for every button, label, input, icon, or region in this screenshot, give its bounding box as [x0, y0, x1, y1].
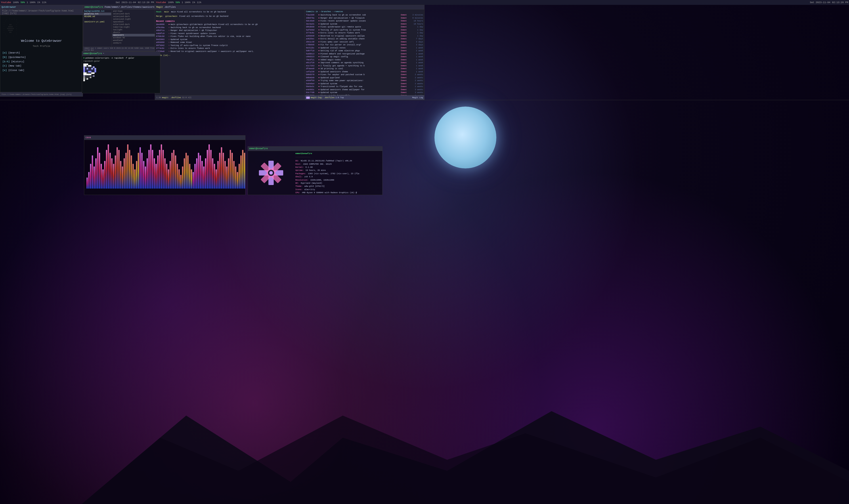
commit-row[interactable]: ef0c50a ○ Switching back to gh as screen… [156, 26, 304, 30]
magit-log-row[interactable]: b0b0d40●Updated pyprlandEmmet2 weeks [306, 76, 423, 79]
neofetch-title-bar: emmet@snowfire [249, 147, 268, 150]
magit-log-row[interactable]: f3acb98●Switching back to gh as screensh… [306, 14, 423, 17]
magit-log-row[interactable]: 79e3f21●Added magit-todosEmmet1 week [306, 58, 423, 62]
commit-hash: a956d60 [156, 41, 167, 44]
log-author: Emmet [401, 71, 410, 74]
magit-log-row[interactable]: b3c77d0●Updated systemEmmet3 weeks [306, 91, 423, 94]
viz-bar [184, 158, 185, 189]
log-age: 1 day [411, 26, 423, 29]
log-hash: 3774c0c [306, 32, 318, 35]
magit-log-row[interactable]: 5a94da4●Updated systemEmmet2 weeks [306, 83, 423, 86]
file-dir-item[interactable]: twilight [112, 29, 161, 31]
file-dir-item[interactable]: spaceduck [112, 21, 161, 23]
neofetch-os-line: OS: NixOS 23.11.20231102.fa800ad (Tapir)… [295, 159, 381, 162]
neofetch-kernel-line: Kernel: 6.1.60 [295, 166, 381, 169]
magit-log-row[interactable]: e4e503c●Updated uwunicorn theme wallpape… [306, 88, 423, 91]
qb-menu-closetab[interactable]: [x] [Close tab] [2, 68, 80, 73]
statusbar-time-right: 02:13:20 PM [831, 1, 849, 4]
magit-log-row[interactable]: 3ec5a31●Updated systemEmmet18 hours [306, 23, 423, 26]
magit-log-row[interactable]: df4eee8●3d printing is coolEmmet1 week [306, 68, 423, 71]
magit-log-row[interactable]: 2b51c30●Fixes qemu user session uefiEmme… [306, 41, 423, 44]
viz-bar [90, 164, 91, 189]
magit-log-row[interactable]: 5af936d●Testing if auto-cpufreq is syste… [306, 29, 423, 32]
file-item[interactable]: background256.txt [84, 10, 111, 13]
viz-bar [145, 166, 146, 188]
file-dir-item[interactable]: solarized-dark [112, 23, 161, 26]
statusbar-workspaces-left: 100% [12, 1, 19, 4]
commit-msg: Removed some bloat [170, 41, 304, 44]
commit-msg: Fixes recent qutebrowser update issues [170, 32, 304, 35]
magit-log-row[interactable]: b08d378●Fixes for waybar and patched cus… [306, 73, 423, 76]
file-dir-item[interactable]: zenburn [112, 42, 161, 44]
filebrowser-dir: /home/emmet/.dotfiles/themes/uwunicorn-y… [104, 6, 158, 8]
file-item[interactable]: LICENSE [84, 18, 111, 21]
file-item[interactable]: README.md [84, 15, 111, 18]
magit-log-row[interactable]: cefa230●Updated uwunicorn themeEmmet1 we… [306, 71, 423, 74]
terminal-command-line: $ pokemon-colorscripts -n rapidash -f ga… [83, 57, 159, 60]
commit-row[interactable]: dee0888 ● main gitea/main gitlab/main gi… [156, 23, 304, 26]
file-dir-item-selected[interactable]: uwunicorn [112, 34, 161, 36]
magit-log-row[interactable]: c09d323●Cleaned up magit configEmmet1 we… [306, 55, 423, 58]
magit-log-row[interactable]: e1c7253●I finally got agenda + syncthing… [306, 65, 423, 68]
viz-bar [97, 147, 98, 189]
qb-menu-quickmarks[interactable]: [b] [Quickmarks] [2, 55, 80, 60]
magit-log-row[interactable]: 5d07f18●Getting rid of some electron pkg… [306, 50, 423, 53]
log-age: 18 hours [411, 23, 423, 26]
file-dir-item[interactable]: woodland [112, 39, 161, 42]
commit-row[interactable]: 2774c0c ○ Extra lines to ensure flakes w… [156, 47, 304, 50]
commit-row[interactable]: 40b07ca ○ Ranger dnd optimization + qb f… [156, 29, 304, 32]
magit-log-row[interactable]: 5dc43e8●Fixes recent qutebrowser update … [306, 20, 423, 23]
qb-menu-history[interactable]: [S-h] [History] [2, 60, 80, 64]
magit-log-row[interactable]: 56e5e3c●Transitioned to flatpak obs for … [306, 85, 423, 88]
magit-log-row[interactable]: a4625ec●Extra detail on adding unstable … [306, 38, 423, 41]
viz-bar [193, 172, 194, 188]
statusbar-disk-right: 11% [196, 1, 202, 4]
qb-menu-search[interactable]: [o] [Search] [2, 51, 80, 55]
file-dir-item[interactable]: ubuntu [112, 31, 161, 34]
file-dir-item[interactable]: selenized-light [112, 18, 161, 21]
commit-row[interactable]: 95f3d42 ○ Testing if auto-cpufreq is sys… [156, 44, 304, 47]
file-item-selected[interactable]: polarity.txt [84, 13, 111, 15]
log-hash: 2b51c30 [306, 41, 318, 44]
filebrowser-path: emmet@snowfire [85, 6, 103, 8]
viz-bar [173, 150, 175, 188]
commit-row[interactable]: a956d60 ○ Removed some bloat [156, 41, 304, 44]
magit-log-row[interactable]: 3774c0c●Extra lines to ensure flakes wor… [306, 32, 423, 35]
commit-hash: 4460fc0 [156, 32, 167, 35]
magit-log-row[interactable]: a265040●Reverted to original uwunicorn w… [306, 35, 423, 38]
magit-log-row[interactable]: 49b070a●Ranger dnd optimization + qb fil… [306, 17, 423, 20]
magit-log-commits: f3acb98●Switching back to gh as screensh… [306, 14, 423, 100]
commit-row[interactable]: 4460fc0 ○ Fixes recent qutebrowser updat… [156, 32, 304, 35]
commit-row[interactable]: 6760cb8 ○ Fixes flake not building when … [156, 35, 304, 38]
log-hash: b08d378 [306, 73, 318, 76]
log-age: 1 week [411, 68, 423, 71]
viz-bar [138, 153, 139, 189]
log-age: 1 week [411, 47, 423, 50]
neofetch-uptime-line: Uptime: 19 hours, 35 mins [295, 169, 381, 172]
viz-bar [182, 166, 183, 188]
viz-bar [125, 153, 127, 189]
magit-log-row[interactable]: 5a6bb13●Pinned embark and reorganized pa… [306, 53, 423, 56]
magit-log-row[interactable]: e560f59●Trying some new power optimizati… [306, 79, 423, 83]
commit-row[interactable]: b6d2003 ○ Updated system [156, 38, 304, 41]
viz-bar [109, 153, 111, 189]
file-dir-item[interactable]: ald-hope [112, 10, 161, 13]
neofetch-info-section: emmet@snowfire ────────────── OS: NixOS … [295, 152, 381, 194]
log-msg: Fixes qemu user session uefi [320, 41, 400, 44]
magit-log-row[interactable]: e811f28●Improved comment on agenda synct… [306, 61, 423, 65]
file-item[interactable]: uwunicorn-yt.yaml [84, 21, 111, 23]
viz-bar [131, 156, 132, 188]
log-hash: e4e503c [306, 88, 318, 91]
qb-menu-newtab[interactable]: [t] [New tab] [2, 64, 80, 68]
neofetch-theme-line: Theme: adw-gtk3 [GTK2/3] [295, 185, 381, 188]
magit-log-row[interactable]: d95d668●Fixes qutebrowser-git remote quo… [306, 26, 423, 29]
log-msg: Improved comment on agenda syncthing [320, 61, 400, 65]
file-dir-item[interactable]: selenized-dark [112, 15, 161, 18]
file-dir-item[interactable]: windows-95 [112, 36, 161, 39]
magit-log-row[interactable]: c70b946●Fix for nix parser on install.or… [306, 43, 423, 47]
qutebrowser-urlbar[interactable]: file:///home/emmet/.browser/Tech/config/… [0, 10, 83, 15]
file-dir-item[interactable]: tomorrow-night [112, 26, 161, 29]
file-dir-item[interactable]: selenized-dark [112, 13, 161, 15]
commit-row[interactable]: a2650a0 ○ Reverted to original uwunicorn… [156, 50, 304, 53]
magit-log-row[interactable]: 6e311bc●Updated install notesEmmet1 week [306, 47, 423, 50]
